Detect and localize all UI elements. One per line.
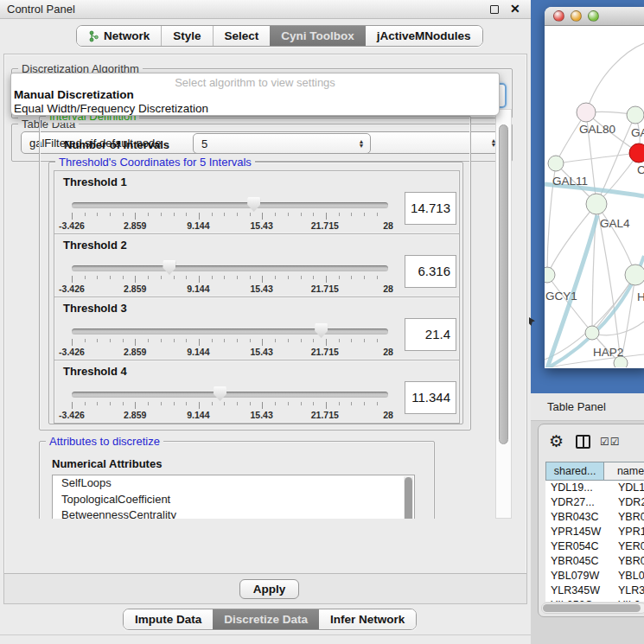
mac-zoom-button[interactable] [588, 10, 599, 22]
table-hscrollbar-thumb[interactable] [543, 604, 641, 612]
divider [0, 634, 531, 635]
dropdown-placeholder-item[interactable]: Select algorithm to view settings [11, 73, 499, 88]
table-row[interactable]: YPR145WYPR1 [545, 525, 644, 539]
table-row[interactable]: YER054CYER0 [545, 539, 644, 554]
network-canvas[interactable]: GAL80GACGAL11GAL4GCY1HHAP2 [545, 26, 644, 367]
table-cell[interactable]: YBR043C [545, 510, 612, 525]
settings-vertical-scrollbar[interactable] [495, 109, 512, 519]
network-node[interactable] [585, 326, 599, 340]
tab-jactivemnodules[interactable]: jActiveMNodules [366, 26, 482, 46]
table-cell[interactable]: YBR045C [545, 554, 612, 569]
threshold-value-field[interactable]: 14.713 [405, 192, 456, 225]
table-cell[interactable]: YDL19... [545, 481, 612, 495]
table-cell[interactable]: YBL0 [612, 569, 644, 583]
slider-track[interactable] [72, 202, 388, 208]
attributes-scrollbar-thumb[interactable] [405, 477, 412, 519]
tab-network[interactable]: Network [77, 26, 162, 46]
table-row[interactable]: YBR043CYBR0 [545, 510, 644, 525]
slider-thumb[interactable] [163, 260, 175, 275]
column-header-name[interactable]: name [604, 462, 644, 481]
tick-label: 9.144 [187, 220, 209, 231]
table-cell[interactable]: YDL1 [612, 481, 644, 495]
network-node[interactable] [629, 143, 644, 163]
attribute-item[interactable]: SelfLoops [53, 475, 414, 492]
table-cell[interactable]: YPR1 [612, 525, 644, 539]
attribute-item[interactable]: BetweennessCentrality [53, 507, 414, 519]
slider-track[interactable] [72, 392, 388, 398]
control-panel-window: Control Panel ✕ NetworkStyleSelectCyni T… [0, 0, 531, 644]
close-icon[interactable]: ✕ [510, 2, 520, 16]
gear-icon[interactable]: ⚙ [549, 431, 564, 451]
table-row[interactable]: YIL052CYIL0 [545, 598, 644, 602]
threshold-slider[interactable]: -3.4262.8599.14415.4321.71528 [72, 260, 388, 295]
table-row[interactable]: YDR27...YDR2 [545, 495, 644, 510]
attributes-scrollbar[interactable] [404, 476, 413, 519]
table-cell[interactable]: YDR27... [545, 495, 612, 510]
slider-tick-labels: -3.4262.8599.14415.4321.71528 [72, 284, 388, 294]
threshold-value-field[interactable]: 6.316 [405, 255, 456, 288]
network-node[interactable] [577, 103, 596, 122]
mac-minimize-button[interactable] [571, 10, 582, 22]
table-cell[interactable]: YDR2 [612, 495, 644, 510]
table-cell[interactable]: YLR345W [545, 583, 612, 598]
tick-label: 2.859 [124, 220, 146, 231]
tab-discretize-data[interactable]: Discretize Data [213, 609, 319, 629]
table-row[interactable]: YBR045CYBR0 [545, 554, 644, 569]
number-of-intervals-spinner[interactable]: 5 ▲▼ [193, 133, 371, 154]
apply-button[interactable]: Apply [239, 579, 299, 599]
node-label: HAP2 [593, 346, 623, 359]
numerical-attributes-list[interactable]: SelfLoopsTopologicalCoefficientBetweenne… [52, 475, 415, 519]
network-node[interactable] [545, 267, 555, 283]
table-header-row: shared... name [545, 462, 644, 481]
tab-impute-data[interactable]: Impute Data [124, 609, 213, 629]
network-node[interactable] [586, 194, 607, 214]
column-header-shared-name[interactable]: shared... [545, 462, 604, 481]
table-cell[interactable]: YBR0 [612, 510, 644, 525]
network-node[interactable] [627, 106, 644, 124]
right-column: GAL80GACGAL11GAL4GCY1HHAP2 Table Panel ⚙… [531, 0, 644, 644]
threshold-slider[interactable]: -3.4262.8599.14415.4321.71528 [72, 386, 388, 421]
slider-thumb[interactable] [214, 386, 226, 401]
mac-close-button[interactable] [553, 10, 564, 22]
table-row[interactable]: YBL079WYBL0 [545, 569, 644, 583]
tick-label: 21.715 [311, 220, 339, 231]
slider-track[interactable] [72, 265, 388, 271]
threshold-label: Threshold 3 [63, 302, 127, 315]
network-node[interactable] [548, 156, 564, 171]
threshold-slider[interactable]: -3.4262.8599.14415.4321.71528 [72, 323, 388, 358]
tab-infer-network[interactable]: Infer Network [319, 609, 416, 629]
thresholds-group-title: Threshold's Coordinates for 5 Intervals [55, 156, 255, 169]
settings-scrollbar-thumb[interactable] [499, 124, 508, 444]
tab-style[interactable]: Style [162, 26, 213, 46]
table-cell[interactable]: YIL052C [545, 598, 612, 602]
threshold-slider[interactable]: -3.4262.8599.14415.4321.71528 [72, 197, 388, 232]
tick-label: -3.426 [59, 220, 85, 231]
attributes-group: Attributes to discretize Numerical Attri… [39, 441, 435, 519]
dropdown-item-manual-discretization[interactable]: Manual Discretization [11, 88, 499, 102]
table-cell[interactable]: YPR145W [545, 525, 612, 539]
attribute-item[interactable]: TopologicalCoefficient [53, 492, 414, 508]
columns-icon[interactable] [576, 435, 590, 449]
threshold-value-field[interactable]: 11.344 [405, 381, 456, 414]
table-cell[interactable]: YBR0 [612, 554, 644, 569]
tick-label: 21.715 [311, 284, 339, 294]
slider-track[interactable] [72, 328, 388, 335]
table-row[interactable]: YDL19...YDL1 [545, 481, 644, 495]
float-window-icon[interactable] [490, 5, 499, 14]
table-cell[interactable]: YER0 [612, 539, 644, 554]
slider-thumb[interactable] [315, 323, 328, 338]
table-cell[interactable]: YBL079W [545, 569, 612, 583]
threshold-value-field[interactable]: 21.4 [405, 318, 456, 351]
tab-cyni-toolbox[interactable]: Cyni Toolbox [270, 26, 366, 46]
network-node[interactable] [625, 265, 644, 285]
tab-select[interactable]: Select [214, 26, 271, 46]
table-horizontal-scrollbar[interactable] [541, 603, 644, 614]
slider-thumb[interactable] [247, 197, 260, 212]
table-cell[interactable]: YLR3 [612, 583, 644, 598]
checkbox-icons[interactable]: ☑☑ [600, 436, 621, 448]
table-cell[interactable]: YIL0 [612, 598, 644, 602]
table-row[interactable]: YLR345WYLR3 [545, 583, 644, 598]
tick-label: 2.859 [124, 410, 146, 420]
table-cell[interactable]: YER054C [545, 539, 612, 554]
dropdown-item-equal-width-frequency-discretization[interactable]: Equal Width/Frequency Discretization [11, 102, 499, 116]
